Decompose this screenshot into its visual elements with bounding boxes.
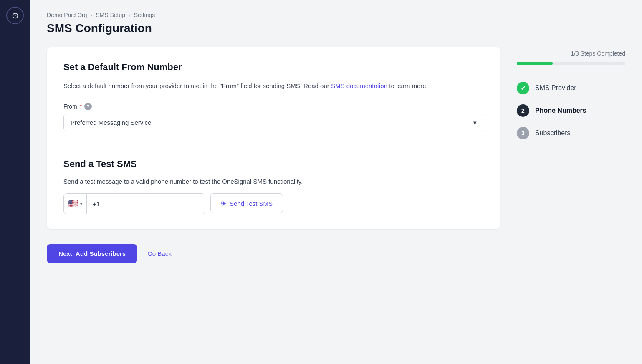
breadcrumb-sep-2: › [129, 12, 131, 18]
steps-sidebar: 1/3 Steps Completed ✓ SMS Provider 2 [517, 47, 625, 144]
content-area: Set a Default From Number Select a defau… [47, 47, 625, 229]
page-title: SMS Configuration [47, 22, 625, 35]
from-select[interactable]: Preferred Messaging Service [63, 114, 483, 131]
section2-title: Send a Test SMS [63, 159, 483, 169]
phone-input-row: 🇺🇸 ▾ ✈ Send Test SMS [63, 193, 483, 214]
phone-number-input[interactable] [87, 194, 205, 214]
sidebar: ⊙ [0, 0, 30, 364]
step-label-2: Phone Numbers [535, 107, 586, 114]
send-test-sms-button[interactable]: ✈ Send Test SMS [210, 193, 283, 213]
next-button[interactable]: Next: Add Subscribers [47, 244, 137, 263]
from-label: From * ? [63, 103, 483, 110]
flag-dropdown-arrow: ▾ [80, 202, 82, 206]
footer-actions: Next: Add Subscribers Go Back [47, 244, 625, 263]
progress-bar-fill [517, 62, 553, 65]
step-badge-2: 2 [517, 104, 529, 117]
sms-docs-link[interactable]: SMS documentation [331, 82, 387, 89]
from-select-wrapper: Preferred Messaging Service ▼ [63, 114, 483, 131]
breadcrumb: Demo Paid Org › SMS Setup › Settings [47, 12, 625, 18]
logo[interactable]: ⊙ [6, 7, 24, 24]
flag-selector[interactable]: 🇺🇸 ▾ [64, 194, 87, 214]
step-number-3: 3 [521, 130, 525, 136]
step-label-1: SMS Provider [535, 84, 576, 92]
checkmark-icon: ✓ [521, 84, 526, 92]
step-badge-1: ✓ [517, 82, 529, 94]
breadcrumb-sep-1: › [90, 12, 92, 18]
step-badge-3: 3 [517, 127, 529, 139]
required-indicator: * [80, 103, 82, 110]
breadcrumb-org[interactable]: Demo Paid Org [47, 12, 87, 18]
breadcrumb-setup[interactable]: SMS Setup [96, 12, 125, 18]
step-item-3: 3 Subscribers [517, 122, 625, 144]
phone-input-group: 🇺🇸 ▾ [63, 193, 205, 214]
send-icon: ✈ [221, 200, 226, 207]
section-divider [63, 145, 483, 145]
logo-icon: ⊙ [12, 10, 19, 20]
test-sms-description: Send a test message to a valid phone num… [63, 178, 483, 185]
step-label-3: Subscribers [535, 129, 570, 137]
step-number-2: 2 [521, 107, 525, 114]
step-item-2: 2 Phone Numbers [517, 99, 625, 122]
main-content: Demo Paid Org › SMS Setup › Settings SMS… [30, 0, 642, 364]
help-icon[interactable]: ? [84, 103, 92, 110]
step-item-1: ✓ SMS Provider [517, 77, 625, 99]
go-back-button[interactable]: Go Back [147, 244, 172, 263]
send-sms-label: Send Test SMS [230, 200, 273, 207]
config-card: Set a Default From Number Select a defau… [47, 47, 500, 229]
section1-description: Select a default number from your provid… [63, 81, 483, 91]
steps-completed-text: 1/3 Steps Completed [517, 50, 625, 57]
breadcrumb-current: Settings [134, 12, 155, 18]
section1-title: Set a Default From Number [63, 62, 483, 73]
step-list: ✓ SMS Provider 2 Phone Numbers 3 Su [517, 77, 625, 144]
progress-bar [517, 62, 625, 65]
flag-emoji: 🇺🇸 [68, 199, 78, 209]
